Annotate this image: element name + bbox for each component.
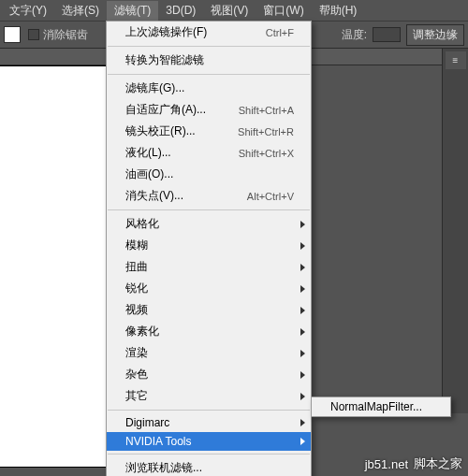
menu-shortcut: Shift+Ctrl+A [239,105,294,116]
menu-label: 自适应广角(A)... [125,102,206,118]
adjust-edge-button[interactable]: 调整边缘 [406,24,464,46]
canvas[interactable] [0,65,122,468]
menu-label: 液化(L)... [125,145,171,161]
menu-item-video[interactable]: 视频 [107,299,311,321]
submenu-arrow-icon [300,328,305,336]
menu-item-other[interactable]: 其它 [107,385,311,407]
menu-label: 像素化 [125,324,159,339]
color-swatch[interactable] [4,26,21,43]
submenu-arrow-icon [300,371,305,379]
watermark-name: 脚本之家 [414,455,462,472]
menu-label: 风格化 [125,216,159,232]
menu-separator [108,410,310,411]
menu-label: 其它 [125,388,148,404]
submenu-arrow-icon [300,393,305,400]
menu-item-convert-smart[interactable]: 转换为智能滤镜 [107,50,311,71]
menu-view[interactable]: 视图(V) [203,1,256,21]
submenu-arrow-icon [300,307,305,314]
menu-label: 转换为智能滤镜 [125,52,204,68]
antialias-checkbox[interactable] [28,29,39,40]
menu-item-noise[interactable]: 杂色 [107,364,311,385]
menu-item-filter-gallery[interactable]: 滤镜库(G)... [107,78,311,99]
menu-shortcut: Shift+Ctrl+R [238,126,294,137]
menu-label: 滤镜库(G)... [125,80,184,96]
menu-label: 扭曲 [125,259,148,275]
menu-item-distort[interactable]: 扭曲 [107,256,311,278]
menu-label: 杂色 [125,367,148,382]
menu-item-pixelate[interactable]: 像素化 [107,321,311,342]
menu-label: 锐化 [125,281,148,296]
menu-item-nvidia-tools[interactable]: NVIDIA Tools [107,432,311,451]
menu-label: 模糊 [125,238,148,253]
submenu-arrow-icon [300,285,305,293]
menu-item-browse-online[interactable]: 浏览联机滤镜... [107,457,311,476]
menu-item-blur[interactable]: 模糊 [107,235,311,256]
submenu-arrow-icon [300,221,305,228]
menu-select[interactable]: 选择(S) [54,1,107,21]
menu-label: 渲染 [125,345,148,361]
panel-tab[interactable]: ≡ [446,51,466,69]
menu-item-render[interactable]: 渲染 [107,342,311,364]
temperature-field[interactable] [373,27,401,42]
menu-item-normal-map-filter[interactable]: NormalMapFilter... [312,397,450,416]
watermark: jb51.net 脚本之家 [365,455,462,472]
menu-filter[interactable]: 滤镜(T) [107,1,158,21]
menu-label: 浏览联机滤镜... [125,460,202,476]
menu-item-oil-paint[interactable]: 油画(O)... [107,164,311,185]
menu-separator [108,209,310,210]
nvidia-submenu: NormalMapFilter... [311,397,451,417]
submenu-arrow-icon [300,438,305,445]
submenu-arrow-icon [300,264,305,271]
menu-help[interactable]: 帮助(H) [312,1,365,21]
temperature-label: 温度: [342,27,367,43]
menu-label: 油画(O)... [125,166,173,182]
menu-item-liquify[interactable]: 液化(L)... Shift+Ctrl+X [107,142,311,164]
menu-shortcut: Alt+Ctrl+V [247,191,294,202]
menu-window[interactable]: 窗口(W) [256,1,311,21]
menu-label: NVIDIA Tools [125,435,191,448]
menu-label: Digimarc [125,416,169,429]
submenu-arrow-icon [300,242,305,250]
menu-separator [108,454,310,454]
menu-label: 消失点(V)... [125,188,183,204]
menu-item-adaptive-wide[interactable]: 自适应广角(A)... Shift+Ctrl+A [107,99,311,121]
menu-item-digimarc[interactable]: Digimarc [107,413,311,432]
menu-label: 镜头校正(R)... [125,123,196,139]
menu-shortcut: Ctrl+F [266,27,294,38]
menu-item-sharpen[interactable]: 锐化 [107,278,311,299]
submenu-arrow-icon [300,419,305,426]
menu-label: NormalMapFilter... [330,400,422,413]
menu-item-vanishing-point[interactable]: 消失点(V)... Alt+Ctrl+V [107,185,311,207]
menu-separator [108,46,310,47]
menu-label: 视频 [125,302,148,318]
menu-label: 上次滤镜操作(F) [125,24,207,40]
panel-dock[interactable]: ≡ [442,49,468,413]
menu-text[interactable]: 文字(Y) [2,1,54,21]
menu-item-stylize[interactable]: 风格化 [107,213,311,235]
menubar: 文字(Y) 选择(S) 滤镜(T) 3D(D) 视图(V) 窗口(W) 帮助(H… [0,0,468,21]
antialias-label: 消除锯齿 [43,27,88,43]
menu-item-last-filter[interactable]: 上次滤镜操作(F) Ctrl+F [107,22,311,43]
watermark-url: jb51.net [365,457,408,471]
submenu-arrow-icon [300,350,305,357]
menu-separator [108,74,310,75]
menu-3d[interactable]: 3D(D) [158,2,203,19]
menu-shortcut: Shift+Ctrl+X [239,148,294,159]
filter-menu: 上次滤镜操作(F) Ctrl+F 转换为智能滤镜 滤镜库(G)... 自适应广角… [106,21,312,476]
menu-item-lens-correction[interactable]: 镜头校正(R)... Shift+Ctrl+R [107,121,311,142]
